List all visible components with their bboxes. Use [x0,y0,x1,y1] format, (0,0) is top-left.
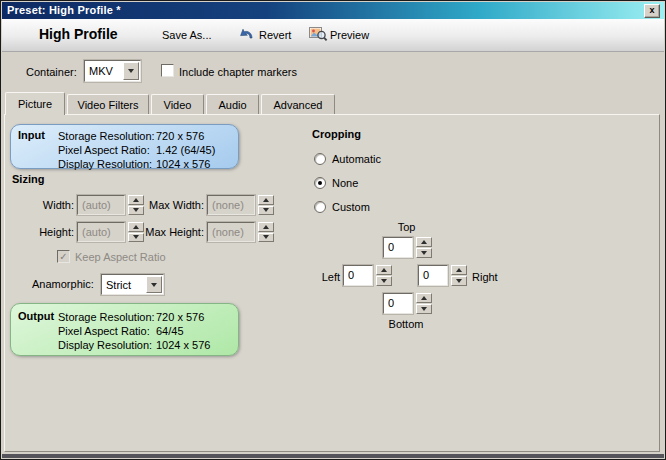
output-info-box: Output Storage Resolution:720 x 576 Pixe… [10,303,239,356]
crop-right-input[interactable]: 0 [418,265,448,286]
width-label: Width: [22,199,74,212]
input-display-row: Display Resolution:1024 x 576 [58,157,215,171]
arrow-up-icon [421,240,427,244]
output-display-row: Display Resolution:1024 x 576 [58,338,210,352]
arrow-up-icon [456,268,462,272]
window-bottom-edge [2,454,664,458]
cropping-automatic-radio[interactable] [314,153,326,165]
cropping-none-radio[interactable] [314,177,326,189]
chapter-markers-label: Include chapter markers [179,66,297,79]
output-storage-row: Storage Resolution:720 x 576 [58,310,210,324]
crop-top-label: Top [383,221,430,234]
max-width-label: Max Width: [135,199,204,212]
keep-aspect-checkbox[interactable]: ✓ [57,250,70,263]
preset-name-heading: High Profile [39,26,118,42]
spin-up-button[interactable] [258,195,274,205]
output-box-title: Output [18,310,54,322]
preview-icon[interactable] [309,26,327,42]
max-height-stepper[interactable] [258,222,274,242]
crop-right-stepper[interactable] [451,265,467,286]
window-title: Preset: High Profile * [7,4,121,16]
tab-advanced[interactable]: Advanced [261,94,335,115]
crop-left-input[interactable]: 0 [343,265,373,286]
spin-up-button[interactable] [376,265,392,275]
arrow-up-icon [263,198,269,202]
titlebar[interactable]: Preset: High Profile * x [2,2,664,19]
crop-right-label: Right [472,271,498,284]
container-select[interactable]: MKV [84,60,141,82]
input-box-rows: Storage Resolution:720 x 576 Pixel Aspec… [58,129,215,171]
tab-audio[interactable]: Audio [206,94,259,115]
chevron-down-icon [151,283,157,287]
arrow-down-icon [456,279,462,283]
arrow-up-icon [263,225,269,229]
spin-down-button[interactable] [376,276,392,286]
container-label: Container: [26,66,77,79]
width-input[interactable]: (auto) [77,195,125,215]
crop-bottom-input[interactable]: 0 [383,293,413,314]
toolbar: High Profile Save As... Revert Preview [2,19,664,52]
picture-tab-panel: Input Storage Resolution:720 x 576 Pixel… [4,114,660,452]
spin-up-button[interactable] [258,222,274,232]
keep-aspect-label: Keep Aspect Ratio [75,251,166,264]
cropping-custom-label: Custom [332,201,370,214]
chapter-markers-checkbox[interactable] [161,64,174,77]
max-height-input[interactable]: (none) [207,222,255,242]
arrow-up-icon [421,296,427,300]
cropping-none-label: None [332,177,358,190]
crop-bottom-stepper[interactable] [416,293,432,314]
spin-down-button[interactable] [258,206,274,216]
spin-down-button[interactable] [258,233,274,243]
cropping-automatic-label: Automatic [332,153,381,166]
spin-up-button[interactable] [451,265,467,275]
input-storage-row: Storage Resolution:720 x 576 [58,129,215,143]
cropping-title: Cropping [312,128,361,140]
spin-down-button[interactable] [416,304,432,314]
arrow-down-icon [421,251,427,255]
revert-button[interactable]: Revert [259,29,291,41]
preset-editor-window: Preset: High Profile * x High Profile Sa… [0,0,666,460]
height-input[interactable]: (auto) [77,222,125,242]
preview-button[interactable]: Preview [330,29,369,41]
max-height-label: Max Height: [135,226,204,239]
arrow-down-icon [263,235,269,239]
spin-down-button[interactable] [416,248,432,258]
crop-left-stepper[interactable] [376,265,392,286]
spin-down-button[interactable] [451,276,467,286]
spin-up-button[interactable] [416,293,432,303]
arrow-down-icon [421,307,427,311]
container-dropdown-button[interactable] [123,62,139,80]
output-par-row: Pixel Aspect Ratio:64/45 [58,324,210,338]
container-value: MKV [89,65,113,77]
height-label: Height: [22,226,74,239]
arrow-down-icon [263,208,269,212]
close-button[interactable]: x [644,4,660,18]
crop-bottom-label: Bottom [375,318,437,331]
sizing-title: Sizing [12,173,44,185]
arrow-up-icon [381,268,387,272]
output-box-rows: Storage Resolution:720 x 576 Pixel Aspec… [58,310,210,352]
tab-picture[interactable]: Picture [5,92,65,115]
max-width-stepper[interactable] [258,195,274,215]
cropping-custom-radio[interactable] [314,201,326,213]
input-box-title: Input [18,129,45,141]
chevron-down-icon [128,69,134,73]
save-as-button[interactable]: Save As... [162,29,212,41]
crop-left-label: Left [302,271,340,284]
arrow-down-icon [381,279,387,283]
spin-up-button[interactable] [416,237,432,247]
crop-top-input[interactable]: 0 [383,237,413,258]
max-width-input[interactable]: (none) [207,195,255,215]
anamorphic-dropdown-button[interactable] [146,276,162,293]
revert-icon[interactable] [238,26,256,42]
input-info-box: Input Storage Resolution:720 x 576 Pixel… [10,124,239,169]
anamorphic-label: Anamorphic: [32,278,94,291]
anamorphic-value: Strict [106,279,131,291]
tab-video-filters[interactable]: Video Filters [67,94,149,115]
input-par-row: Pixel Aspect Ratio:1.42 (64/45) [58,143,215,157]
anamorphic-select[interactable]: Strict [101,274,164,295]
tab-video[interactable]: Video [151,94,204,115]
crop-top-stepper[interactable] [416,237,432,258]
